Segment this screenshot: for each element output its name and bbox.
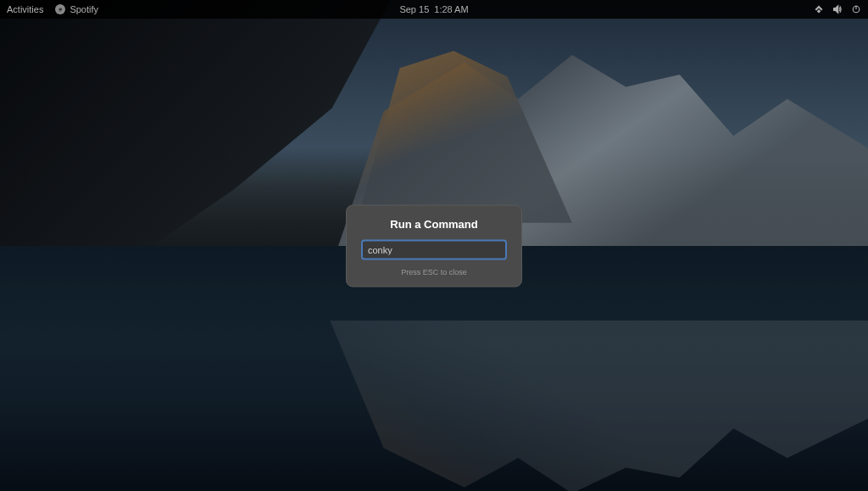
spotify-icon: [55, 4, 65, 14]
activities-button[interactable]: Activities: [7, 4, 43, 14]
panel-system-tray: [814, 4, 861, 14]
volume-icon[interactable]: [832, 4, 843, 14]
dialog-title: Run a Command: [362, 217, 506, 230]
active-app-indicator[interactable]: Spotify: [55, 4, 98, 14]
panel-clock[interactable]: Sep 15 1:28 AM: [399, 4, 468, 14]
network-icon[interactable]: [814, 4, 824, 14]
top-panel: Activities Spotify Sep 15 1:28 AM: [0, 0, 868, 19]
date-label: Sep 15: [399, 4, 429, 14]
panel-left: Activities Spotify: [7, 4, 98, 14]
command-input[interactable]: [362, 240, 506, 259]
app-name-label: Spotify: [70, 4, 98, 14]
time-label: 1:28 AM: [434, 4, 468, 14]
power-icon[interactable]: [851, 4, 861, 14]
dialog-hint: Press ESC to close: [362, 267, 506, 276]
run-command-dialog: Run a Command Press ESC to close: [346, 204, 522, 287]
